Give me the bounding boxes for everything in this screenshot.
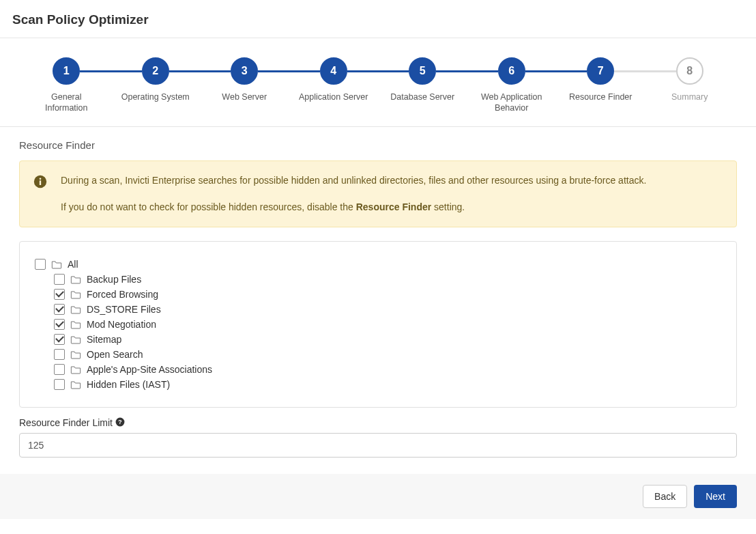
folder-icon	[70, 305, 81, 314]
step-number: 2	[142, 57, 169, 85]
step-label: Web Application Behavior	[474, 92, 549, 114]
step-7[interactable]: 7Resource Finder	[556, 57, 645, 102]
svg-point-2	[40, 178, 42, 180]
tree-label: Apple's App-Site Associations	[87, 364, 212, 375]
checkbox[interactable]	[54, 289, 65, 300]
tree-label: Hidden Files (IAST)	[87, 379, 170, 390]
limit-label-row: Resource Finder Limit ?	[19, 417, 737, 429]
step-number: 4	[320, 57, 347, 85]
tree-node[interactable]: Open Search	[54, 347, 721, 362]
step-connector	[347, 70, 409, 72]
step-connector	[80, 70, 142, 72]
folder-icon	[70, 350, 81, 359]
step-connector	[614, 70, 676, 72]
info-line-2: If you do not want to check for possible…	[61, 200, 646, 214]
step-2[interactable]: 2Operating System	[111, 57, 201, 102]
step-label: General Information	[29, 92, 104, 114]
resource-tree: All Backup FilesForced BrowsingDS_STORE …	[19, 241, 737, 408]
checkbox[interactable]	[54, 364, 65, 375]
tree-node[interactable]: Backup Files	[54, 272, 721, 287]
step-connector	[258, 70, 320, 72]
step-number: 8	[676, 57, 703, 85]
svg-text:?: ?	[118, 418, 121, 425]
page-header: Scan Policy Optimizer	[0, 0, 756, 38]
folder-icon	[70, 335, 81, 344]
tree-label-all: All	[68, 259, 78, 270]
step-8[interactable]: 8Summary	[645, 57, 735, 102]
step-6[interactable]: 6Web Application Behavior	[467, 57, 557, 114]
checkbox[interactable]	[54, 379, 65, 390]
checkbox[interactable]	[54, 274, 65, 285]
step-3[interactable]: 3Web Server	[200, 57, 289, 102]
step-number: 6	[498, 57, 525, 85]
checkbox[interactable]	[54, 334, 65, 345]
tree-node[interactable]: Mod Negotiation	[54, 317, 721, 332]
step-connector	[525, 70, 587, 72]
tree-label: Open Search	[87, 349, 143, 360]
folder-icon	[51, 259, 62, 269]
help-icon[interactable]: ?	[115, 417, 125, 429]
step-number: 1	[53, 57, 80, 85]
checkbox[interactable]	[54, 304, 65, 315]
tree-node-all[interactable]: All	[35, 257, 721, 272]
tree-node[interactable]: Apple's App-Site Associations	[54, 362, 721, 377]
step-number: 3	[231, 57, 258, 85]
tree-label: Sitemap	[87, 334, 121, 345]
step-number: 7	[587, 57, 614, 85]
folder-icon	[70, 275, 81, 284]
wizard-footer: Back Next	[0, 474, 756, 519]
step-label: Operating System	[121, 92, 190, 102]
step-label: Web Server	[222, 92, 267, 102]
tree-label: Mod Negotiation	[87, 319, 156, 330]
step-connector	[169, 70, 231, 72]
section-title: Resource Finder	[19, 139, 737, 151]
folder-icon	[70, 365, 81, 374]
step-4[interactable]: 4Application Server	[289, 57, 379, 102]
tree-node[interactable]: Forced Browsing	[54, 287, 721, 302]
step-label: Resource Finder	[569, 92, 632, 102]
checkbox[interactable]	[54, 319, 65, 330]
step-label: Database Server	[390, 92, 454, 102]
info-icon	[33, 173, 47, 214]
step-label: Application Server	[299, 92, 368, 102]
step-label: Summary	[671, 92, 708, 102]
back-button[interactable]: Back	[643, 485, 687, 508]
main-content: Resource Finder During a scan, Invicti E…	[0, 127, 756, 474]
step-5[interactable]: 5Database Server	[378, 57, 467, 102]
limit-input[interactable]	[19, 433, 737, 458]
info-box: During a scan, Invicti Enterprise search…	[19, 160, 737, 227]
tree-label: Forced Browsing	[87, 289, 158, 300]
tree-label: DS_STORE Files	[87, 304, 161, 315]
tree-node[interactable]: Sitemap	[54, 332, 721, 347]
step-connector	[436, 70, 498, 72]
next-button[interactable]: Next	[694, 485, 737, 508]
svg-rect-1	[40, 180, 41, 185]
checkbox-all[interactable]	[35, 259, 46, 270]
checkbox[interactable]	[54, 349, 65, 360]
step-1[interactable]: 1General Information	[22, 57, 111, 114]
info-line-1: During a scan, Invicti Enterprise search…	[61, 173, 646, 188]
folder-icon	[70, 380, 81, 389]
folder-icon	[70, 290, 81, 299]
folder-icon	[70, 320, 81, 329]
tree-label: Backup Files	[87, 274, 141, 285]
wizard-stepper: 1General Information2Operating System3We…	[0, 38, 756, 127]
page-title: Scan Policy Optimizer	[12, 12, 744, 27]
step-number: 5	[409, 57, 436, 85]
tree-node[interactable]: DS_STORE Files	[54, 302, 721, 317]
limit-label: Resource Finder Limit	[19, 417, 113, 428]
info-text: During a scan, Invicti Enterprise search…	[61, 173, 646, 214]
tree-node[interactable]: Hidden Files (IAST)	[54, 377, 721, 392]
